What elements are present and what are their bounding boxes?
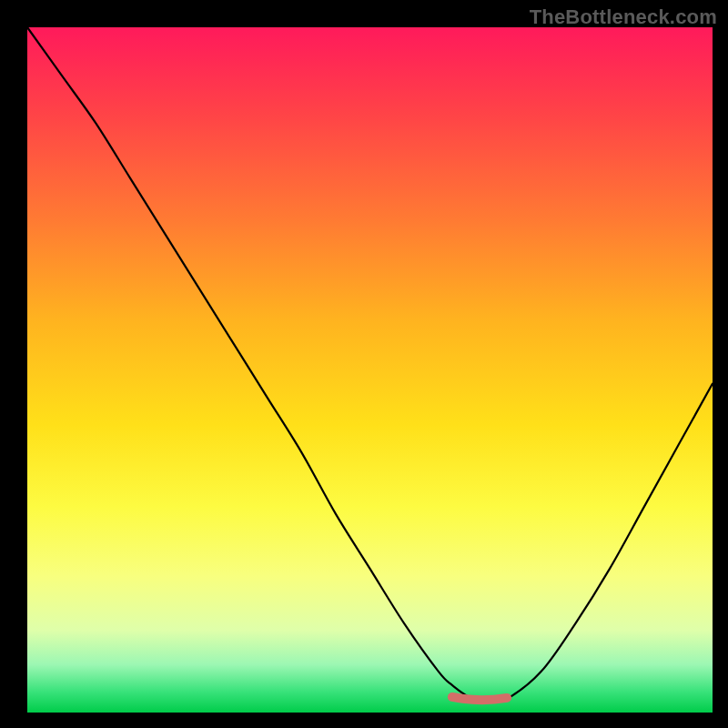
chart-stage: TheBottleneck.com bbox=[0, 0, 728, 728]
bottleneck-curve bbox=[27, 27, 713, 701]
curve-layer bbox=[27, 27, 713, 713]
optimum-marker bbox=[452, 697, 507, 700]
watermark-text: TheBottleneck.com bbox=[530, 5, 717, 29]
plot-area bbox=[27, 27, 713, 713]
